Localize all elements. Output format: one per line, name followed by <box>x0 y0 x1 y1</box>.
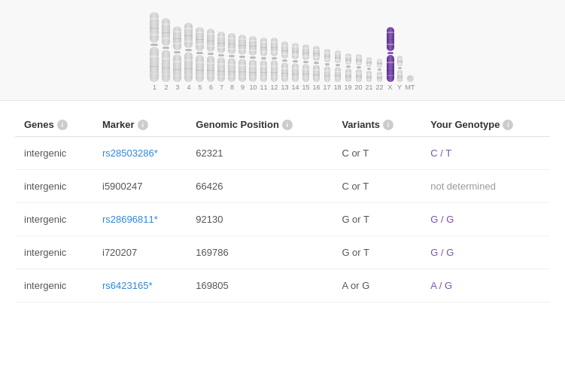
table-row: intergenicrs28503286*62321C or TC / T <box>15 137 550 170</box>
marker-link[interactable]: rs28696811* <box>102 214 158 225</box>
genotype-cell: G / G <box>421 203 550 236</box>
info-icon-genes[interactable]: i <box>57 120 68 130</box>
chromosome-label-Y: Y <box>397 84 402 91</box>
gene-cell: intergenic <box>15 236 93 269</box>
chromosome-13: 13 <box>281 41 288 91</box>
gene-cell: intergenic <box>15 137 93 170</box>
table-row: intergenicrs28696811*92130G or TG / G <box>15 203 550 236</box>
chromosome-19: 19 <box>345 53 352 91</box>
chromosome-section: 1 2 3 <box>0 0 565 101</box>
chromosome-label-7: 7 <box>220 84 223 91</box>
chromosome-11: 11 <box>260 38 267 91</box>
chromosome-label-11: 11 <box>260 84 267 91</box>
column-header-genomic-position: Genomic Positioni <box>187 113 333 137</box>
chromosome-20: 20 <box>355 54 363 91</box>
chromosome-X: X <box>387 27 394 91</box>
marker-link[interactable]: rs28503286* <box>102 147 158 159</box>
table-section: GenesiMarkeriGenomic PositioniVariantsiY… <box>0 101 565 315</box>
chromosome-label-4: 4 <box>187 84 190 91</box>
chromosome-MT: MT <box>406 75 415 91</box>
variants-cell: C or T <box>333 170 421 203</box>
chromosome-label-3: 3 <box>175 84 179 91</box>
column-header-your-genotype: Your Genotypei <box>421 113 550 137</box>
genotype-cell: G / G <box>421 236 550 269</box>
chromosome-label-14: 14 <box>291 84 299 91</box>
position-cell: 62321 <box>187 137 333 170</box>
position-cell: 169805 <box>187 269 333 302</box>
marker-cell: i720207 <box>93 236 187 269</box>
chromosome-9: 9 <box>238 35 246 91</box>
chromosome-label-22: 22 <box>376 84 384 91</box>
chromosome-Y: Y <box>397 56 402 91</box>
chromosome-10: 10 <box>249 36 257 91</box>
info-icon-variants[interactable]: i <box>383 120 393 130</box>
chromosome-label-2: 2 <box>164 84 168 91</box>
chromosome-label-13: 13 <box>281 84 288 91</box>
marker-cell[interactable]: rs28503286* <box>93 137 187 170</box>
chromosome-label-17: 17 <box>324 84 331 91</box>
marker-cell[interactable]: rs28696811* <box>93 203 187 236</box>
genotype-cell: C / T <box>421 137 550 170</box>
chromosome-label-12: 12 <box>270 84 278 91</box>
genotype-cell: not determined <box>421 170 550 203</box>
chromosome-label-6: 6 <box>209 84 213 91</box>
chromosome-label-20: 20 <box>355 84 363 91</box>
chromosome-12: 12 <box>270 38 278 91</box>
info-icon-genomic-position[interactable]: i <box>282 120 293 130</box>
column-header-marker: Markeri <box>93 113 187 137</box>
chromosome-label-5: 5 <box>198 84 202 91</box>
chromosome-label-1: 1 <box>153 84 156 91</box>
chromosome-18: 18 <box>334 50 342 91</box>
variants-cell: C or T <box>333 137 421 170</box>
variants-cell: A or G <box>333 269 421 302</box>
variants-table: GenesiMarkeriGenomic PositioniVariantsiY… <box>15 113 550 302</box>
table-row: intergenici720207169786G or TG / G <box>15 236 550 269</box>
chromosome-8: 8 <box>228 33 235 91</box>
chromosome-3: 3 <box>173 26 181 91</box>
gene-cell: intergenic <box>15 170 93 203</box>
gene-cell: intergenic <box>15 203 93 236</box>
chromosome-label-10: 10 <box>249 84 257 91</box>
chromosome-1: 1 <box>150 12 159 91</box>
variants-cell: G or T <box>333 203 421 236</box>
table-row: intergenicrs6423165*169805A or GA / G <box>15 269 550 302</box>
chromosome-17: 17 <box>324 49 331 91</box>
position-cell: 92130 <box>187 203 333 236</box>
chromosome-label-MT: MT <box>406 84 415 91</box>
chromosome-6: 6 <box>207 29 214 91</box>
chromosome-label-8: 8 <box>230 84 234 91</box>
marker-cell: i5900247 <box>93 170 187 203</box>
chromosome-5: 5 <box>196 27 204 91</box>
column-header-genes: Genesi <box>15 113 93 137</box>
marker-link[interactable]: rs6423165* <box>102 280 153 291</box>
chromosome-21: 21 <box>366 57 373 91</box>
chromosome-4: 4 <box>184 23 193 91</box>
chromosome-22: 22 <box>376 59 384 91</box>
chromosome-7: 7 <box>217 32 225 91</box>
gene-cell: intergenic <box>15 269 93 302</box>
chromosome-label-15: 15 <box>302 84 309 91</box>
chromosome-label-X: X <box>388 84 393 91</box>
chromosome-track: 1 2 3 <box>12 9 553 94</box>
table-row: intergenici590024766426C or Tnot determi… <box>15 170 550 203</box>
info-icon-your-genotype[interactable]: i <box>503 120 513 130</box>
chromosome-label-18: 18 <box>334 84 342 91</box>
chromosome-label-9: 9 <box>241 84 245 91</box>
table-body: intergenicrs28503286*62321C or TC / Tint… <box>15 137 550 302</box>
position-cell: 66426 <box>187 170 333 203</box>
info-icon-marker[interactable]: i <box>138 120 148 130</box>
chromosome-label-21: 21 <box>366 84 373 91</box>
chromosome-14: 14 <box>291 43 299 91</box>
chromosome-label-19: 19 <box>345 84 352 91</box>
table-header-row: GenesiMarkeriGenomic PositioniVariantsiY… <box>15 113 550 137</box>
variants-cell: G or T <box>333 236 421 269</box>
chromosome-16: 16 <box>312 46 320 91</box>
chromosome-2: 2 <box>162 18 170 91</box>
column-header-variants: Variantsi <box>333 113 421 137</box>
position-cell: 169786 <box>187 236 333 269</box>
chromosome-label-16: 16 <box>312 84 320 91</box>
chromosome-15: 15 <box>302 44 309 91</box>
genotype-cell: A / G <box>421 269 550 302</box>
marker-cell[interactable]: rs6423165* <box>93 269 187 302</box>
